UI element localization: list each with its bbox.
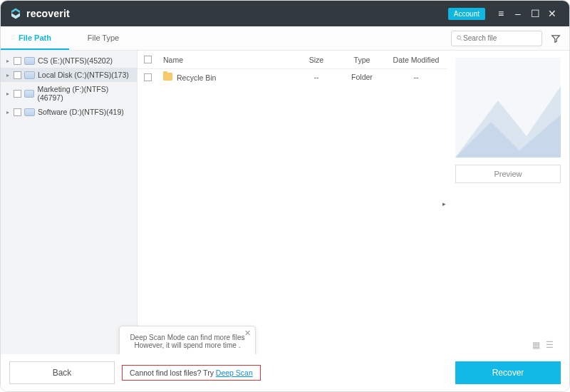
chevron-right-icon[interactable]: ▸ [5,91,11,96]
sidebar-item-label: CS (E:)(NTFS)(45202) [38,56,113,65]
chevron-right-icon[interactable]: ▸ [5,109,11,115]
maximize-icon[interactable]: ☐ [527,5,544,22]
drive-icon [24,108,35,116]
view-toggle: ▦ ☰ [532,340,554,350]
grid-view-icon[interactable]: ▦ [532,340,540,350]
main-area: ▸ CS (E:)(NTFS)(45202) ▸ Local Disk (C:)… [1,51,569,354]
deep-scan-text: Cannot find lost files? Try [130,368,216,377]
account-button[interactable]: Account [448,8,485,20]
checkbox[interactable] [14,57,21,65]
search-input[interactable] [463,34,537,42]
deep-scan-callout: Cannot find lost files? Try Deep Scan [122,365,261,381]
svg-line-1 [460,39,462,41]
tab-file-path[interactable]: File Path [1,27,69,50]
sidebar-item-label: Software (D:)(NTFS)(419) [38,108,124,116]
checkbox[interactable] [14,108,21,116]
svg-point-0 [457,36,461,39]
footer: Back Cannot find lost files? Try Deep Sc… [1,354,569,391]
deep-scan-tooltip: ✕ Deep Scan Mode can find more files How… [119,326,256,357]
tooltip-close-icon[interactable]: ✕ [244,329,251,338]
folder-icon [163,73,172,81]
col-type[interactable]: Type [338,56,385,64]
chevron-right-icon[interactable]: ▸ [5,72,11,78]
close-icon[interactable]: ✕ [544,5,561,22]
drive-icon [24,90,35,98]
sidebar-item-label: Local Disk (C:)(NTFS)(173) [38,71,129,79]
recover-button[interactable]: Recover [455,361,561,384]
preview-button[interactable]: Preview [455,165,561,183]
checkbox[interactable] [14,90,21,98]
row-name: Recycle Bin [177,73,216,82]
app-name: recoverit [26,8,70,19]
filter-icon[interactable] [548,31,564,46]
deep-scan-link[interactable]: Deep Scan [216,368,253,377]
preview-thumbnail [455,58,561,158]
preview-panel: Preview [447,51,569,354]
back-button[interactable]: Back [9,361,115,384]
tooltip-line2: However, it will spend more time . [130,341,245,349]
col-size[interactable]: Size [294,56,338,64]
chevron-right-icon[interactable]: ▸ [5,58,11,63]
sidebar: ▸ CS (E:)(NTFS)(45202) ▸ Local Disk (C:)… [1,51,138,354]
sidebar-item-drive[interactable]: ▸ Marketing (F:)(NTFS)(46797) [1,82,137,105]
file-list: Name Size Type Date Modified Recycle Bin… [138,51,447,354]
row-type: Folder [338,73,385,81]
app-logo: recoverit [9,7,70,20]
table-header: Name Size Type Date Modified [138,51,447,69]
tab-bar: File Path File Type [1,27,138,50]
select-all-checkbox[interactable] [144,56,152,63]
row-size: -- [294,73,338,81]
col-name[interactable]: Name [157,56,294,64]
search-icon [456,34,463,42]
tab-file-type[interactable]: File Type [69,27,138,50]
row-date: -- [385,73,447,81]
list-view-icon[interactable]: ☰ [546,340,554,350]
col-date[interactable]: Date Modified [385,56,447,64]
sidebar-item-drive[interactable]: ▸ Local Disk (C:)(NTFS)(173) [1,68,137,82]
logo-icon [9,7,22,20]
sidebar-item-drive[interactable]: ▸ CS (E:)(NTFS)(45202) [1,53,137,68]
collapse-preview-icon[interactable]: ▸ [440,200,447,207]
drive-icon [24,57,35,65]
sidebar-item-drive[interactable]: ▸ Software (D:)(NTFS)(419) [1,105,137,119]
search-box[interactable] [451,31,542,46]
tooltip-line1: Deep Scan Mode can find more files [130,334,245,341]
sidebar-item-label: Marketing (F:)(NTFS)(46797) [37,85,133,102]
menu-icon[interactable]: ≡ [492,5,509,22]
title-bar: recoverit Account ≡ – ☐ ✕ [1,1,569,26]
minimize-icon[interactable]: – [509,5,527,22]
row-checkbox[interactable] [144,73,152,81]
toolbar: File Path File Type [1,26,569,51]
checkbox[interactable] [14,71,21,79]
table-row[interactable]: Recycle Bin -- Folder -- [138,69,447,85]
drive-icon [24,71,35,79]
